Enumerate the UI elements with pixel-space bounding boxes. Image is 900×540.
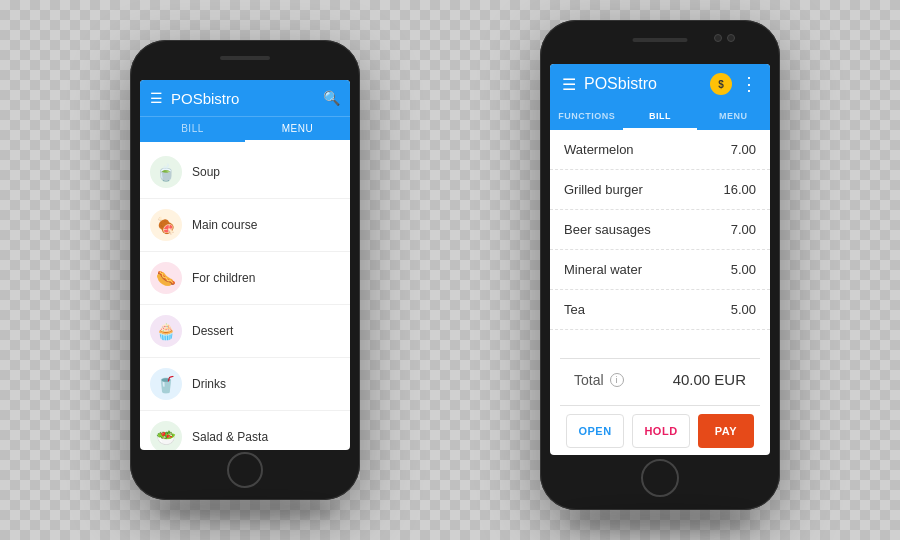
menu-item[interactable]: 🍵 Soup — [140, 146, 350, 199]
menu-item-label: Dessert — [192, 324, 233, 338]
bill-item[interactable]: Watermelon 7.00 — [550, 130, 770, 170]
front-phone: ☰ POSbistro $ ⋮ FUNCTIONS BILL MENU Wate… — [540, 20, 780, 510]
food-icon: 🧁 — [150, 315, 182, 347]
bill-item-name: Tea — [564, 302, 585, 317]
food-icon: 🌭 — [150, 262, 182, 294]
menu-item[interactable]: 🧁 Dessert — [140, 305, 350, 358]
bill-item-price: 5.00 — [731, 302, 756, 317]
bill-item-price: 16.00 — [723, 182, 756, 197]
food-icon: 🥤 — [150, 368, 182, 400]
bill-item-name: Watermelon — [564, 142, 634, 157]
open-button[interactable]: OPEN — [566, 414, 624, 448]
tab-menu-back[interactable]: MENU — [245, 117, 350, 142]
bill-item-name: Beer sausages — [564, 222, 651, 237]
scene: ☰ POSbistro 🔍 BILL MENU 🍵 Soup 🍖 Main co… — [100, 20, 800, 520]
bill-item[interactable]: Tea 5.00 — [550, 290, 770, 330]
food-icon: 🍖 — [150, 209, 182, 241]
menu-item[interactable]: 🥤 Drinks — [140, 358, 350, 411]
screen-content: ☰ POSbistro $ ⋮ FUNCTIONS BILL MENU Wate… — [550, 64, 770, 455]
tab-menu-front[interactable]: MENU — [697, 104, 770, 130]
total-text: Total — [574, 372, 604, 388]
back-app-name: POSbistro — [171, 90, 315, 107]
back-top-bar: ☰ POSbistro 🔍 — [140, 80, 350, 116]
tab-bill-back[interactable]: BILL — [140, 117, 245, 142]
bill-list: Watermelon 7.00 Grilled burger 16.00 Bee… — [550, 130, 770, 330]
bill-item-price: 7.00 — [731, 142, 756, 157]
food-icon: 🍵 — [150, 156, 182, 188]
bill-item-name: Mineral water — [564, 262, 642, 277]
bill-item[interactable]: Grilled burger 16.00 — [550, 170, 770, 210]
back-screen: ☰ POSbistro 🔍 BILL MENU 🍵 Soup 🍖 Main co… — [140, 80, 350, 450]
bill-item-price: 5.00 — [731, 262, 756, 277]
menu-item[interactable]: 🥗 Salad & Pasta — [140, 411, 350, 450]
front-tabs-bar: FUNCTIONS BILL MENU — [550, 104, 770, 130]
more-icon[interactable]: ⋮ — [740, 73, 758, 95]
bill-item[interactable]: Beer sausages 7.00 — [550, 210, 770, 250]
menu-item-label: Salad & Pasta — [192, 430, 268, 444]
camera2-icon — [714, 34, 722, 42]
front-app-name: POSbistro — [584, 75, 702, 93]
menu-item-label: For children — [192, 271, 255, 285]
menu-item[interactable]: 🌭 For children — [140, 252, 350, 305]
bill-item-price: 7.00 — [731, 222, 756, 237]
total-label: Total i — [574, 372, 624, 388]
speaker — [220, 56, 270, 60]
home-button[interactable] — [227, 452, 263, 488]
search-icon[interactable]: 🔍 — [323, 90, 340, 106]
menu-item-label: Drinks — [192, 377, 226, 391]
bill-item-name: Grilled burger — [564, 182, 643, 197]
menu-item[interactable]: 🍖 Main course — [140, 199, 350, 252]
hold-button[interactable]: HOLD — [632, 414, 690, 448]
back-phone: ☰ POSbistro 🔍 BILL MENU 🍵 Soup 🍖 Main co… — [130, 40, 360, 500]
bill-item[interactable]: Mineral water 5.00 — [550, 250, 770, 290]
front-speaker — [633, 38, 688, 42]
tab-bill-front[interactable]: BILL — [623, 104, 696, 130]
pay-button[interactable]: PAY — [698, 414, 754, 448]
coin-icon: $ — [710, 73, 732, 95]
total-amount: 40.00 EUR — [673, 371, 746, 388]
menu-item-label: Soup — [192, 165, 220, 179]
menu-item-label: Main course — [192, 218, 257, 232]
total-info-icon[interactable]: i — [610, 373, 624, 387]
menu-list: 🍵 Soup 🍖 Main course 🌭 For children 🧁 De… — [140, 142, 350, 450]
tab-functions[interactable]: FUNCTIONS — [550, 104, 623, 130]
front-screen: ☰ POSbistro $ ⋮ FUNCTIONS BILL MENU Wate… — [550, 64, 770, 455]
hamburger-icon[interactable]: ☰ — [150, 90, 163, 106]
back-tabs-bar: BILL MENU — [140, 116, 350, 142]
front-hamburger-icon[interactable]: ☰ — [562, 75, 576, 94]
front-home-button[interactable] — [641, 459, 679, 497]
food-icon: 🥗 — [150, 421, 182, 450]
camera-icon — [727, 34, 735, 42]
bill-total: Total i 40.00 EUR — [560, 358, 760, 400]
bill-actions: OPENHOLDPAY — [560, 405, 760, 455]
front-top-bar: ☰ POSbistro $ ⋮ — [550, 64, 770, 104]
